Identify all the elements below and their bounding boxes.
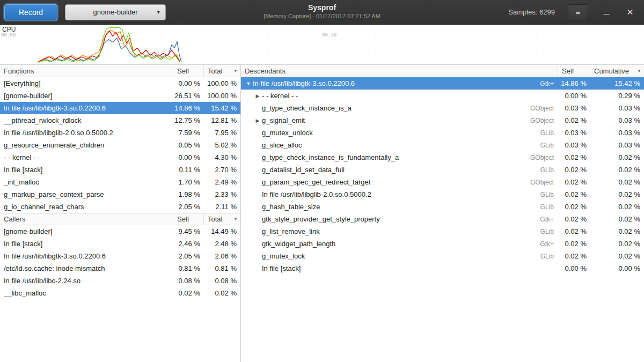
total-percent: 0.81 % bbox=[204, 264, 240, 272]
total-percent: 0.08 % bbox=[204, 277, 240, 285]
record-button[interactable]: Record bbox=[4, 4, 57, 20]
table-row[interactable]: In file /usr/lib/libgtk-3.so.0.2200.62.0… bbox=[0, 250, 240, 262]
table-row[interactable]: [gnome-builder]26.51 %100.00 % bbox=[0, 90, 240, 102]
table-row[interactable]: [Everything]0.00 %100.00 % bbox=[0, 77, 240, 90]
function-name: In file /usr/lib/libglib-2.0.so.0.5000.2 bbox=[262, 190, 371, 198]
tree-row[interactable]: g_type_check_instance_is_fundamentally_a… bbox=[241, 151, 644, 164]
tree-row[interactable]: In file /usr/lib/libglib-2.0.so.0.5000.2… bbox=[241, 188, 644, 201]
self-percent: 26.51 % bbox=[173, 92, 204, 100]
function-name: g_mutex_lock bbox=[262, 252, 305, 260]
table-row[interactable]: In file [stack]2.46 %2.48 % bbox=[0, 238, 240, 250]
expander-closed-icon[interactable]: ▶ bbox=[253, 93, 262, 99]
table-row[interactable]: g_resource_enumerate_children0.05 %5.02 … bbox=[0, 139, 240, 151]
function-name: In file /usr/lib/libgtk-3.so.0.2200.6 bbox=[0, 104, 173, 112]
table-row[interactable]: - - kernel - -0.00 %4.30 % bbox=[0, 151, 240, 164]
tree-row[interactable]: g_param_spec_get_redirect_targetGObject0… bbox=[241, 176, 644, 188]
tree-row[interactable]: g_mutex_lockGLib0.02 %0.02 % bbox=[241, 250, 644, 262]
tree-row[interactable]: g_slice_allocGLib0.03 %0.03 % bbox=[241, 139, 644, 151]
library-tag: GLib bbox=[540, 191, 558, 198]
column-header-total[interactable]: Total ▼ bbox=[204, 213, 240, 225]
cumulative-percent: 0.03 % bbox=[590, 141, 644, 149]
tree-row[interactable]: gtk_widget_path_lengthGtk+0.02 %0.02 % bbox=[241, 238, 644, 250]
menu-button[interactable]: ≡ bbox=[568, 4, 588, 20]
total-percent: 2.06 % bbox=[204, 252, 240, 260]
table-row[interactable]: __libc_malloc0.02 %0.02 % bbox=[0, 287, 240, 299]
minimize-button[interactable]: ─ bbox=[601, 9, 612, 18]
tree-row[interactable]: g_mutex_unlockGLib0.03 %0.03 % bbox=[241, 127, 644, 139]
tree-row[interactable]: g_hash_table_sizeGLib0.02 %0.02 % bbox=[241, 201, 644, 213]
library-tag: Gtk+ bbox=[540, 216, 558, 223]
function-name: __pthread_rwlock_rdlock bbox=[0, 116, 173, 124]
table-row[interactable]: [gnome-builder]9.45 %14.49 % bbox=[0, 225, 240, 238]
descendants-table-header: Descendants Self Cumulative ▼ bbox=[241, 65, 644, 77]
table-row[interactable]: In file [stack]0.11 %2.70 % bbox=[0, 164, 240, 176]
self-percent: 7.59 % bbox=[173, 129, 204, 137]
function-name: g_datalist_id_set_data_full bbox=[262, 166, 345, 174]
table-row[interactable]: g_io_channel_read_chars2.05 %2.11 % bbox=[0, 201, 240, 213]
cumulative-percent: 0.02 % bbox=[590, 252, 644, 260]
tree-row[interactable]: In file [stack]0.00 %0.00 % bbox=[241, 262, 644, 275]
self-percent: 0.03 % bbox=[558, 141, 590, 149]
table-row[interactable]: In file /usr/lib/libc-2.24.so0.08 %0.08 … bbox=[0, 275, 240, 287]
tree-row-name-cell: g_list_remove_linkGLib bbox=[241, 227, 558, 235]
self-percent: 2.46 % bbox=[173, 240, 204, 248]
library-tag: GObject bbox=[530, 105, 558, 112]
process-selector-label: gnome-builder bbox=[93, 8, 138, 16]
cumulative-percent: 0.02 % bbox=[590, 153, 644, 161]
column-header-descendants[interactable]: Descendants bbox=[241, 65, 558, 77]
self-percent: 0.02 % bbox=[558, 166, 590, 174]
column-header-self[interactable]: Self bbox=[173, 213, 204, 225]
cumulative-percent: 0.03 % bbox=[590, 129, 644, 137]
self-percent: 2.05 % bbox=[173, 203, 204, 211]
tree-row-name-cell: In file /usr/lib/libglib-2.0.so.0.5000.2… bbox=[241, 190, 558, 198]
sort-arrow-icon: ▼ bbox=[233, 217, 238, 221]
close-button[interactable]: ✕ bbox=[625, 8, 635, 17]
column-header-total[interactable]: Total ▼ bbox=[204, 65, 240, 77]
library-tag: GLib bbox=[540, 203, 558, 211]
function-name: In file [stack] bbox=[0, 240, 173, 248]
column-header-callers[interactable]: Callers bbox=[0, 213, 173, 225]
tree-row-name-cell: ▼In file /usr/lib/libgtk-3.so.0.2200.6Gt… bbox=[241, 79, 558, 87]
tree-row[interactable]: g_list_remove_linkGLib0.02 %0.02 % bbox=[241, 225, 644, 238]
expander-closed-icon[interactable]: ▶ bbox=[253, 118, 262, 123]
table-row[interactable]: g_markup_parse_context_parse1.98 %2.33 % bbox=[0, 188, 240, 201]
tree-row-name-cell: g_type_check_instance_is_fundamentally_a… bbox=[241, 153, 558, 161]
sort-arrow-icon: ▼ bbox=[637, 69, 641, 73]
tree-row[interactable]: ▶g_signal_emitGObject0.02 %0.03 % bbox=[241, 114, 644, 127]
table-row[interactable]: _int_malloc1.70 %2.49 % bbox=[0, 176, 240, 188]
table-row[interactable]: __pthread_rwlock_rdlock12.75 %12.81 % bbox=[0, 114, 240, 127]
left-pane: Functions Self Total ▼ [Everything]0.00 … bbox=[0, 65, 241, 362]
self-percent: 0.02 % bbox=[558, 153, 590, 161]
process-selector-dropdown[interactable]: gnome-builder ▾ bbox=[65, 4, 166, 20]
expander-open-icon[interactable]: ▼ bbox=[244, 81, 253, 86]
self-percent: 9.45 % bbox=[173, 227, 204, 235]
function-name: gtk_style_provider_get_style_property bbox=[262, 215, 380, 223]
self-percent: 0.02 % bbox=[558, 215, 590, 223]
table-row[interactable]: In file /usr/lib/libgtk-3.so.0.2200.614.… bbox=[0, 102, 240, 114]
column-header-self[interactable]: Self bbox=[173, 65, 204, 77]
function-name: g_resource_enumerate_children bbox=[0, 141, 173, 149]
function-name: g_hash_table_size bbox=[262, 203, 320, 211]
tree-row[interactable]: ▶- - kernel - -0.00 %0.29 % bbox=[241, 90, 644, 102]
self-percent: 1.98 % bbox=[173, 190, 204, 198]
self-percent: 0.05 % bbox=[173, 141, 204, 149]
self-percent: 0.00 % bbox=[558, 92, 590, 100]
time-tick-mid: 00:30 bbox=[322, 32, 336, 38]
table-row[interactable]: /etc/ld.so.cache: inode mismatch0.81 %0.… bbox=[0, 262, 240, 275]
function-name: g_type_check_instance_is_fundamentally_a bbox=[262, 153, 399, 161]
column-header-functions[interactable]: Functions bbox=[0, 65, 173, 77]
table-row[interactable]: In file /usr/lib/libglib-2.0.so.0.5000.2… bbox=[0, 127, 240, 139]
function-name: g_signal_emit bbox=[262, 116, 305, 124]
cpu-graph[interactable]: CPU 00:00 00:30 bbox=[0, 25, 644, 65]
self-percent: 0.02 % bbox=[558, 178, 590, 186]
tree-row[interactable]: g_datalist_id_set_data_fullGLib0.02 %0.0… bbox=[241, 164, 644, 176]
tree-row[interactable]: g_type_check_instance_is_aGObject0.03 %0… bbox=[241, 102, 644, 114]
time-tick-start: 00:00 bbox=[1, 32, 16, 38]
tree-row[interactable]: gtk_style_provider_get_style_propertyGtk… bbox=[241, 213, 644, 225]
self-percent: 0.02 % bbox=[558, 227, 590, 235]
self-percent: 0.03 % bbox=[558, 104, 590, 112]
column-header-self[interactable]: Self bbox=[558, 65, 590, 77]
tree-row[interactable]: ▼In file /usr/lib/libgtk-3.so.0.2200.6Gt… bbox=[241, 77, 644, 90]
self-percent: 0.00 % bbox=[173, 153, 204, 161]
column-header-cumulative[interactable]: Cumulative ▼ bbox=[590, 65, 644, 77]
